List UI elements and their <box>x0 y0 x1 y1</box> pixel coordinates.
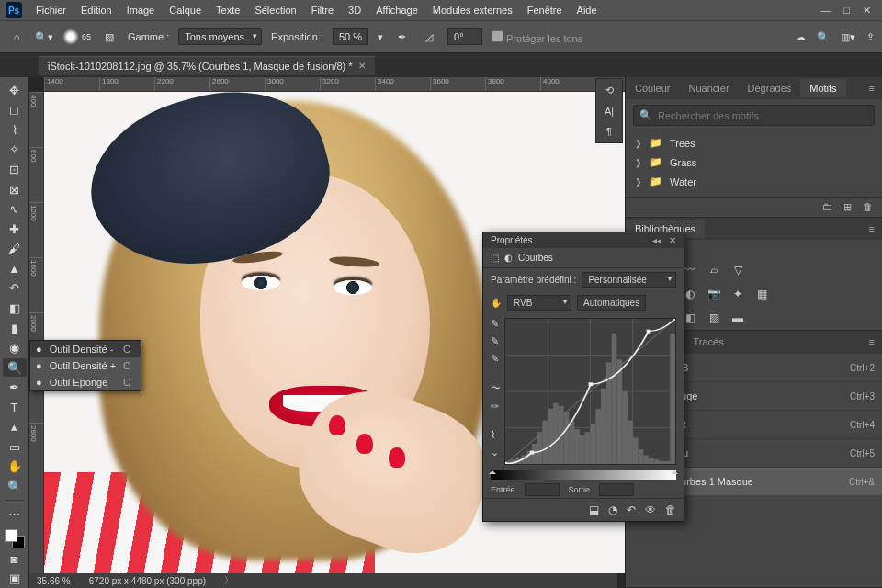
stamp-tool[interactable]: ▲ <box>3 259 27 278</box>
angle-icon[interactable]: ◿ <box>420 28 438 46</box>
tab-paths[interactable]: Tracés <box>684 333 732 351</box>
zoom-status[interactable]: 35.66 % <box>37 576 71 586</box>
angle-input[interactable]: 0° <box>447 28 482 45</box>
brush-tool[interactable]: 🖌 <box>3 240 27 259</box>
cloud-icon[interactable]: ☁ <box>796 31 806 43</box>
exposure-input[interactable]: 50 % <box>333 28 368 45</box>
airbrush-icon[interactable]: ✒ <box>392 28 411 46</box>
menu-image[interactable]: Image <box>120 3 162 17</box>
view-previous-icon[interactable]: ◔ <box>608 503 617 516</box>
window-close-icon[interactable]: ✕ <box>863 5 871 17</box>
brush-size[interactable]: 65 <box>82 32 91 41</box>
crop-tool[interactable]: ⊡ <box>3 160 27 179</box>
tab-gradients[interactable]: Dégradés <box>739 79 801 97</box>
marquee-tool[interactable]: ◻ <box>3 101 27 120</box>
edit-points-icon[interactable]: 〜 <box>491 381 501 395</box>
close-tab-icon[interactable]: ✕ <box>358 61 366 71</box>
menu-help[interactable]: Aide <box>571 3 604 17</box>
menu-text[interactable]: Texte <box>209 3 246 17</box>
menu-3d[interactable]: 3D <box>342 3 368 17</box>
panel-menu-icon[interactable]: ≡ <box>862 223 882 234</box>
pen-tool[interactable]: ✒ <box>3 378 27 397</box>
zoom-tool[interactable]: 🔍 <box>3 477 27 496</box>
document-tab[interactable]: iStock-1010208112.jpg @ 35.7% (Courbes 1… <box>39 56 375 75</box>
paragraph-dock-icon[interactable]: ¶ <box>606 126 612 137</box>
gradient-map-icon[interactable]: ▬ <box>729 310 747 326</box>
toggle-visibility-icon[interactable]: 👁 <box>645 503 656 516</box>
shape-tool[interactable]: ▭ <box>3 437 27 457</box>
sample-white-icon[interactable]: ✎ <box>491 353 501 365</box>
share-icon[interactable]: ⇪ <box>866 31 875 43</box>
color-swatches[interactable] <box>5 529 25 548</box>
brush-panel-icon[interactable]: ▧ <box>100 28 119 46</box>
path-select-tool[interactable]: ▴ <box>3 418 27 437</box>
menu-edit[interactable]: Edition <box>74 3 119 17</box>
photo-filter-icon[interactable]: 📷 <box>705 286 723 302</box>
pattern-search[interactable]: 🔍 <box>633 105 875 126</box>
flyout-item[interactable]: ●Outil EpongeO <box>30 374 141 390</box>
home-icon[interactable]: ⌂ <box>7 28 26 46</box>
menu-file[interactable]: Fichier <box>29 3 73 17</box>
lookup-icon[interactable]: ▦ <box>752 286 771 302</box>
eyedropper-tool[interactable]: ∿ <box>3 199 27 219</box>
menu-filter[interactable]: Filtre <box>305 3 340 17</box>
output-gradient[interactable] <box>491 470 676 480</box>
panel-menu-icon[interactable]: ≡ <box>862 336 882 347</box>
quickmask-icon[interactable]: ◙ <box>3 549 27 569</box>
options-icon[interactable]: ⌄ <box>491 447 501 458</box>
reset-icon[interactable]: ↶ <box>627 503 636 516</box>
frame-tool[interactable]: ⊠ <box>3 180 27 199</box>
channel-select[interactable]: RVB <box>507 295 571 311</box>
type-tool[interactable]: T <box>3 398 27 417</box>
vibrance-icon[interactable]: ▽ <box>729 262 747 278</box>
tab-patterns[interactable]: Motifs <box>800 79 845 97</box>
protect-tones-checkbox[interactable] <box>492 30 503 42</box>
input-field[interactable] <box>525 483 560 496</box>
output-field[interactable] <box>599 483 634 496</box>
flyout-item[interactable]: ●Outil Densité +O <box>30 357 141 374</box>
pattern-search-input[interactable] <box>658 110 868 121</box>
clip-icon[interactable]: ⬓ <box>589 503 599 516</box>
menu-window[interactable]: Fenêtre <box>521 3 569 17</box>
selective-icon[interactable]: ▨ <box>705 310 723 326</box>
delete-icon[interactable]: 🗑 <box>863 201 873 213</box>
edit-toolbar-icon[interactable]: ⋯ <box>3 504 27 524</box>
tool-preset-icon[interactable]: 🔍▾ <box>35 28 53 46</box>
blur-tool[interactable]: ◉ <box>3 338 27 357</box>
collapse-icon[interactable]: ◂◂ <box>652 235 662 245</box>
window-maximize-icon[interactable]: □ <box>843 5 850 17</box>
wand-tool[interactable]: ✧ <box>3 141 27 160</box>
auto-button[interactable]: Automatiques <box>577 295 646 311</box>
exposure-icon[interactable]: ▱ <box>705 262 723 278</box>
screenmode-icon[interactable]: ▣ <box>3 569 27 588</box>
heal-tool[interactable]: ✚ <box>3 220 27 239</box>
pattern-folder-grass[interactable]: ❯📁Grass <box>633 153 875 172</box>
delete-adjust-icon[interactable]: 🗑 <box>665 503 676 516</box>
pattern-folder-trees[interactable]: ❯📁Trees <box>633 133 875 153</box>
ruler-horizontal[interactable]: 1400180022002600300032003400360038004000… <box>44 77 625 92</box>
properties-panel[interactable]: Propriétés ◂◂✕ ⬚ ◐ Courbes Paramètre pré… <box>482 232 684 522</box>
flyout-item[interactable]: ●Outil Densité -O <box>30 341 141 357</box>
smooth-icon[interactable]: ⌇ <box>491 429 501 441</box>
pattern-folder-water[interactable]: ❯📁Water <box>633 172 875 191</box>
panel-menu-icon[interactable]: ≡ <box>862 83 882 94</box>
dodge-tool[interactable]: 🔍 <box>3 358 27 378</box>
new-folder-icon[interactable]: 🗀 <box>822 201 832 213</box>
search-icon[interactable]: 🔍 <box>817 31 830 43</box>
new-item-icon[interactable]: ⊞ <box>843 201 852 213</box>
eraser-tool[interactable]: ◧ <box>3 299 27 318</box>
tab-color[interactable]: Couleur <box>626 79 680 97</box>
sample-gray-icon[interactable]: ✎ <box>491 335 501 347</box>
range-select[interactable]: Tons moyens <box>178 28 262 45</box>
curves-graph[interactable] <box>504 318 676 465</box>
character-dock-icon[interactable]: A| <box>605 106 614 117</box>
tab-swatches[interactable]: Nuancier <box>680 79 739 97</box>
hand-tool[interactable]: ✋ <box>3 458 27 477</box>
lasso-tool[interactable]: ⌇ <box>3 120 27 140</box>
move-tool[interactable]: ✥ <box>3 81 27 100</box>
workspace-icon[interactable]: ▥▾ <box>841 31 855 43</box>
brush-preview-icon[interactable] <box>62 28 79 45</box>
history-dock-icon[interactable]: ⟲ <box>605 85 614 96</box>
menu-plugins[interactable]: Modules externes <box>426 3 519 17</box>
window-minimize-icon[interactable]: — <box>820 5 831 17</box>
